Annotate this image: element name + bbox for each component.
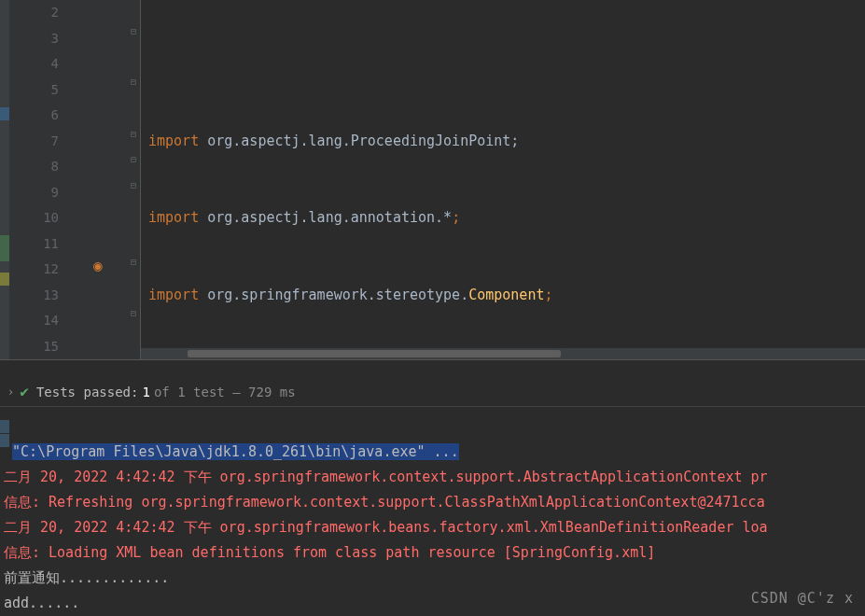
- code-line: [141, 51, 865, 77]
- console-line: 前置通知.............: [4, 569, 169, 586]
- line-number: 8: [9, 154, 59, 180]
- side-tab[interactable]: [0, 434, 9, 447]
- code-editor[interactable]: import org.aspectj.lang.ProceedingJoinPo…: [140, 0, 865, 359]
- marker: [0, 107, 9, 120]
- console-line: 信息: Loading XML bean definitions from cl…: [4, 544, 655, 561]
- watermark: CSDN @C'z x: [751, 590, 854, 607]
- line-number: 6: [9, 103, 59, 129]
- fold-icon[interactable]: ⊟: [129, 180, 138, 190]
- line-number: 13: [9, 283, 59, 309]
- line-number: 10: [9, 205, 59, 231]
- side-tab[interactable]: [0, 420, 9, 433]
- console-output[interactable]: "C:\Program Files\Java\jdk1.8.0_261\bin\…: [0, 407, 865, 616]
- line-number: 9: [9, 180, 59, 206]
- line-number: 15: [9, 334, 59, 360]
- fold-icon[interactable]: ⊟: [129, 257, 138, 267]
- code-line: import org.aspectj.lang.ProceedingJoinPo…: [141, 129, 865, 155]
- tests-passed-suffix: of 1 test – 729 ms: [154, 385, 296, 399]
- line-number: 14: [9, 308, 59, 334]
- line-number: 7: [9, 129, 59, 155]
- scrollbar-thumb[interactable]: [188, 350, 561, 357]
- gutter-icon[interactable]: ◉: [93, 257, 103, 274]
- test-status-bar: › ✔ Tests passed: 1 of 1 test – 729 ms: [0, 377, 865, 407]
- line-number: 4: [9, 51, 59, 77]
- marker-strip: [0, 0, 9, 359]
- console-line: add......: [4, 595, 79, 611]
- tests-passed-label: Tests passed:: [36, 385, 139, 399]
- line-number: 3: [9, 26, 59, 52]
- fold-icon[interactable]: ⊟: [129, 308, 138, 318]
- code-line: import org.springframework.stereotype.Co…: [141, 283, 865, 309]
- line-gutter: 2 3 4 5 6 7 8 9 10 11 12 13 14 15: [9, 0, 70, 359]
- tests-passed-count: 1: [142, 385, 149, 399]
- marker: [0, 235, 9, 248]
- console-line: 二月 20, 2022 4:42:42 下午 org.springframewo…: [4, 469, 768, 485]
- line-number: 12: [9, 257, 59, 283]
- console-line: 信息: Refreshing org.springframework.conte…: [4, 494, 765, 511]
- fold-icon[interactable]: ⊟: [129, 129, 138, 139]
- console-line: "C:\Program Files\Java\jdk1.8.0_261\bin\…: [12, 443, 459, 460]
- line-number: 11: [9, 231, 59, 258]
- marker: [0, 248, 9, 261]
- annotation-gutter: ◉ ⊟ ⊟ ⊟ ⊟ ⊟ ⊟ ⊟: [70, 0, 140, 359]
- horizontal-scrollbar[interactable]: [141, 348, 865, 359]
- editor-pane: 2 3 4 5 6 7 8 9 10 11 12 13 14 15 ◉ ⊟ ⊟ …: [0, 0, 865, 359]
- marker: [0, 273, 9, 286]
- code-line: import org.aspectj.lang.annotation.*;: [141, 205, 865, 231]
- left-tab-strip: [0, 420, 9, 448]
- line-number: 5: [9, 77, 59, 104]
- fold-icon[interactable]: ⊟: [129, 77, 138, 87]
- fold-icon[interactable]: ⊟: [129, 154, 138, 164]
- fold-icon[interactable]: ⊟: [129, 26, 138, 36]
- check-icon: ✔: [20, 383, 29, 400]
- chevron-right-icon[interactable]: ›: [7, 385, 14, 399]
- test-results-panel: › ✔ Tests passed: 1 of 1 test – 729 ms "…: [0, 359, 865, 616]
- line-number: 2: [9, 0, 59, 26]
- console-line: 二月 20, 2022 4:42:42 下午 org.springframewo…: [4, 519, 768, 536]
